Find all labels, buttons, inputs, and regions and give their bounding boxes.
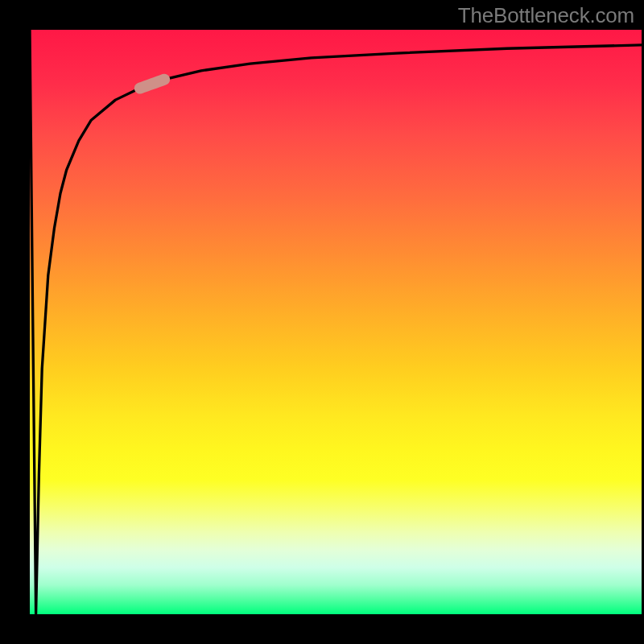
chart-line-layer (30, 30, 642, 614)
curve-marker (140, 80, 164, 89)
attribution-text: TheBottleneck.com (458, 3, 634, 28)
chart-stage: TheBottleneck.com (0, 0, 644, 644)
bottleneck-curve-path (30, 30, 642, 614)
